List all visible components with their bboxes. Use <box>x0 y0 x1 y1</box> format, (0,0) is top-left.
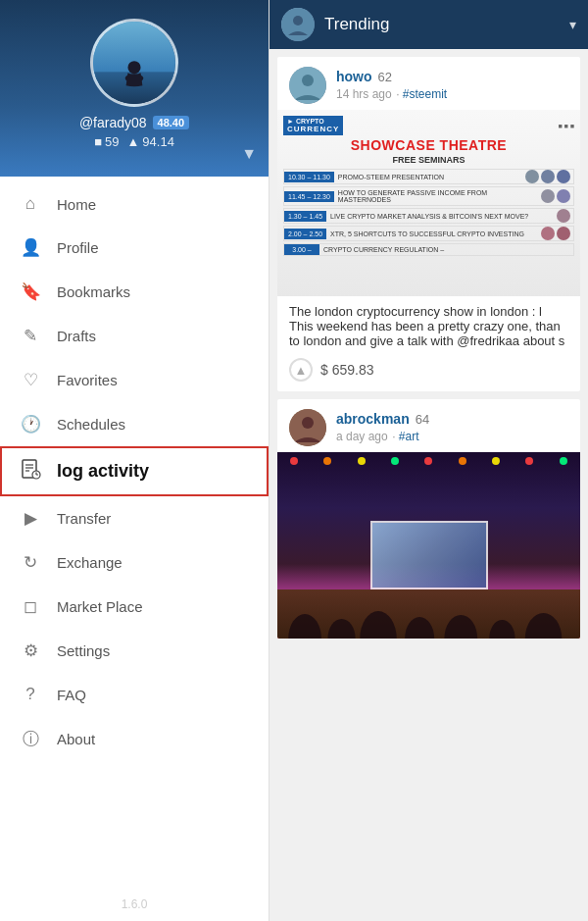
reputation-badge: 48.40 <box>153 116 190 129</box>
card-author-row: howo 62 <box>336 69 568 84</box>
transfer-icon: ▶ <box>20 508 41 529</box>
light <box>525 457 533 465</box>
brand-right: ■ ■ ■ <box>347 123 574 129</box>
card-text: The london cryptocurrency show in london… <box>277 296 580 352</box>
card-image: ► CRYPTO CURRENCY ■ ■ ■ SHOWCASE THEATRE… <box>277 110 580 296</box>
stat-sp: ■ 59 <box>94 134 119 149</box>
card-header: howo 62 14 hrs ago · #steemit <box>277 57 580 110</box>
showcase-row-0: 10.30 – 11.30 PROMO-STEEM PRESENTATION <box>283 169 574 184</box>
schedule-icon: 🕐 <box>20 414 41 435</box>
card-avatar <box>289 67 326 104</box>
sidebar-item-label: About <box>57 731 95 747</box>
sidebar-item-schedules[interactable]: 🕐 Schedules <box>0 402 269 446</box>
card-time-row: 14 hrs ago · #steemit <box>336 84 568 102</box>
topbar-avatar <box>281 8 315 41</box>
topbar-chevron-icon[interactable]: ▾ <box>569 17 576 32</box>
card-separator: · <box>392 430 399 443</box>
card-author[interactable]: abrockman <box>336 411 410 427</box>
topbar-title: Trending <box>324 15 560 34</box>
trend-icon: ▲ <box>126 134 139 149</box>
sidebar-item-label: Profile <box>57 239 99 256</box>
showcase-inner: ► CRYPTO CURRENCY ■ ■ ■ SHOWCASE THEATRE… <box>277 110 580 296</box>
sidebar-version: 1.6.0 <box>0 888 269 921</box>
card-tag[interactable]: #steemit <box>403 87 447 101</box>
sidebar-item-bookmarks[interactable]: 🔖 Bookmarks <box>0 270 269 314</box>
card-header: abrockman 64 a day ago · #art <box>277 399 580 452</box>
nav-list: ⌂ Home 👤 Profile 🔖 Bookmarks ✎ Drafts ♡ … <box>0 177 269 888</box>
sidebar-item-settings[interactable]: ⚙ Settings <box>0 629 269 673</box>
topbar: Trending ▾ <box>270 0 588 49</box>
svg-point-20 <box>405 617 434 639</box>
sidebar-item-label: Transfer <box>57 510 111 527</box>
edit-icon: ✎ <box>20 326 41 346</box>
showcase-avatars <box>538 189 573 203</box>
showcase-title: SHOWCASE THEATRE <box>283 137 574 153</box>
light <box>560 457 567 465</box>
sidebar-item-label: Bookmarks <box>57 283 130 300</box>
log-icon <box>20 458 41 485</box>
card-image <box>277 452 580 639</box>
feed-card: abrockman 64 a day ago · #art <box>277 399 580 639</box>
svg-point-17 <box>288 614 321 639</box>
avatar <box>90 19 178 107</box>
feed: howo 62 14 hrs ago · #steemit ► <box>270 49 588 921</box>
stage-screen <box>370 521 488 589</box>
sidebar-item-faq[interactable]: ? FAQ <box>0 673 269 716</box>
svg-point-21 <box>444 615 477 639</box>
sidebar-item-favorites[interactable]: ♡ Favorites <box>0 358 269 402</box>
light <box>323 457 331 465</box>
svg-point-23 <box>525 613 562 639</box>
sidebar-item-profile[interactable]: 👤 Profile <box>0 226 269 270</box>
svg-point-12 <box>293 16 303 26</box>
sidebar-item-log-activity[interactable]: log activity <box>0 446 269 496</box>
card-time-row: a day ago · #art <box>336 427 568 444</box>
light <box>358 457 366 465</box>
stat-value: ▲ 94.14 <box>126 134 173 149</box>
card-separator: · <box>396 87 403 101</box>
svg-point-19 <box>360 611 396 639</box>
sidebar-item-label: Schedules <box>57 416 125 433</box>
light <box>424 457 432 465</box>
light <box>290 457 298 465</box>
showcase-row-3: 2.00 – 2.50 XTR, 5 SHORTCUTS TO SUCCESSF… <box>283 226 574 241</box>
showcase-avatars <box>538 227 573 240</box>
card-time: 14 hrs ago <box>336 87 392 101</box>
sidebar-item-drafts[interactable]: ✎ Drafts <box>0 314 269 358</box>
card-author[interactable]: howo <box>336 69 372 84</box>
showcase-avatars <box>554 209 573 223</box>
username-row: @farady08 48.40 <box>79 115 189 130</box>
favorite-icon: ♡ <box>20 370 41 390</box>
svg-point-14 <box>302 75 314 86</box>
card-time: a day ago <box>336 430 388 443</box>
light <box>492 457 500 465</box>
card-avatar <box>289 409 326 446</box>
sidebar-item-label: log activity <box>57 461 149 482</box>
svg-point-18 <box>328 619 356 639</box>
home-icon: ⌂ <box>20 194 41 214</box>
showcase-row-2: 1.30 – 1.45 LIVE CRYPTO MARKET ANALYSIS … <box>283 208 574 224</box>
value-number: 94.14 <box>142 134 174 149</box>
card-rep: 62 <box>378 70 392 84</box>
card-meta: howo 62 14 hrs ago · #steemit <box>336 69 568 102</box>
card-tag[interactable]: #art <box>399 430 419 443</box>
card-meta: abrockman 64 a day ago · #art <box>336 411 568 444</box>
sidebar-item-exchange[interactable]: ↻ Exchange <box>0 540 269 585</box>
sidebar-item-home[interactable]: ⌂ Home <box>0 182 269 226</box>
sidebar-item-marketplace[interactable]: ◻ Market Place <box>0 585 269 629</box>
settings-icon: ⚙ <box>20 640 41 661</box>
vote-button[interactable]: ▲ <box>289 358 313 382</box>
sidebar-item-transfer[interactable]: ▶ Transfer <box>0 496 269 540</box>
sidebar-item-label: Exchange <box>57 554 122 571</box>
cube-icon: ◻ <box>20 596 41 617</box>
sidebar-item-label: Settings <box>57 642 110 659</box>
sidebar-item-label: Home <box>57 196 96 213</box>
card-footer: ▲ $ 659.83 <box>277 352 580 391</box>
username: @farady08 <box>79 115 147 130</box>
sidebar-item-label: Drafts <box>57 328 96 344</box>
sidebar: @farady08 48.40 ■ 59 ▲ 94.14 ▼ ⌂ Home 👤 … <box>0 0 270 921</box>
card-rep: 64 <box>416 412 429 427</box>
info-icon: ⓘ <box>20 728 41 750</box>
sidebar-item-about[interactable]: ⓘ About <box>0 716 269 762</box>
stats-chevron[interactable]: ▼ <box>241 145 257 163</box>
vote-amount: $ 659.83 <box>320 362 374 378</box>
